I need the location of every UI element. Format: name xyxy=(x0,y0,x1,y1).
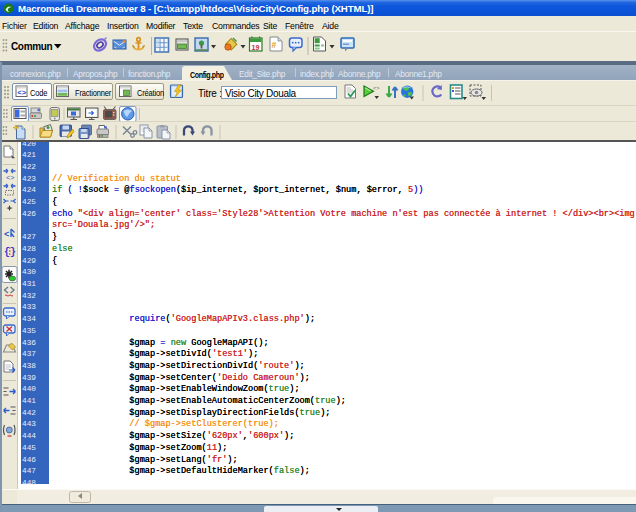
svg-text:<>: <> xyxy=(6,174,14,182)
svg-text:<>: <> xyxy=(373,85,380,92)
svg-text:#: # xyxy=(272,40,277,50)
svg-text:19: 19 xyxy=(252,44,260,51)
svg-text:<: < xyxy=(4,230,9,240)
svg-text:<>: <> xyxy=(17,89,27,97)
